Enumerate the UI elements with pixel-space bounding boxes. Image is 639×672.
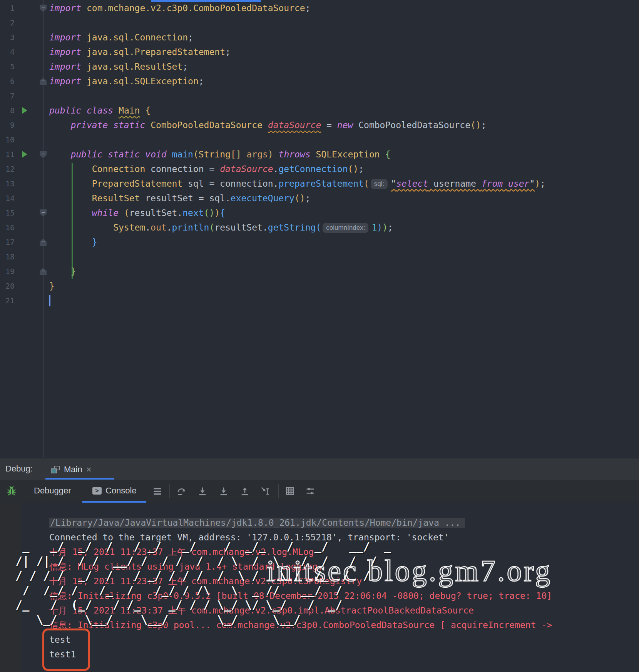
line-number[interactable]: 19 [0,264,15,279]
layout-menu-icon[interactable] [152,486,162,496]
code-line[interactable]: 3import java.sql.Connection; [0,30,639,45]
console-line[interactable]: 信息: MLog clients using java 1.4+ standar… [49,559,323,574]
step-into-icon[interactable] [197,486,207,496]
code-line[interactable]: 18 [0,249,639,264]
line-number[interactable]: 4 [0,45,15,59]
line-number[interactable]: 12 [0,162,15,176]
debug-label: Debug: [5,464,33,474]
fold-icon[interactable]: − [40,209,47,217]
line-number[interactable]: 10 [0,132,15,147]
code-line[interactable]: 14ResultSet resultSet = sql.executeQuery… [0,191,639,206]
line-number[interactable]: 17 [0,235,15,249]
code-line[interactable]: 17−} [0,235,639,249]
line-number[interactable]: 3 [0,30,15,45]
console-icon: > [92,487,102,495]
close-icon[interactable]: × [86,466,92,473]
line-number[interactable]: 14 [0,191,15,206]
code-line[interactable]: 6−import java.sql.SQLException; [0,74,639,89]
line-number[interactable]: 7 [0,89,15,103]
line-number[interactable]: 16 [0,220,15,235]
debug-bug-icon [6,485,17,498]
line-number[interactable]: 2 [0,15,15,30]
code-line[interactable]: 5import java.sql.ResultSet; [0,59,639,74]
line-number[interactable]: 18 [0,249,15,264]
line-number[interactable]: 1 [0,1,15,15]
console-line[interactable]: 十月 15, 2021 11:23:37 上午 com.mchange.v2.c… [49,603,474,618]
console-line[interactable]: 信息: Initializing c3p0 pool... com.mchang… [49,618,552,632]
code-line[interactable]: 9private static ComboPooledDataSource da… [0,118,639,132]
line-number[interactable]: 11 [0,147,15,162]
code-line[interactable]: 1−import com.mchange.v2.c3p0.ComboPooled… [0,1,639,15]
line-number[interactable]: 8 [0,103,15,118]
code-line[interactable]: 15−while (resultSet.next()){ [0,206,639,220]
tab-console[interactable]: > Console [92,480,137,501]
evaluate-table-icon[interactable] [285,486,295,496]
line-number[interactable]: 13 [0,176,15,191]
code-line[interactable]: 10 [0,132,639,147]
text-cursor [49,295,50,306]
debug-session-tab-label: Main [64,465,82,475]
line-number[interactable]: 9 [0,118,15,132]
debug-session-tab-main[interactable]: Main × [45,461,97,478]
line-number[interactable]: 5 [0,59,15,74]
code-line[interactable]: 16System.out.println(resultSet.getString… [0,220,639,235]
run-to-cursor-icon[interactable] [260,486,270,496]
code-line[interactable]: 11−public static void main(String[] args… [0,147,639,162]
code-line[interactable]: 20} [0,279,639,293]
toolbar-separator [24,484,24,498]
console-line[interactable]: Connected to the target VM, address: '12… [49,530,449,545]
fold-icon[interactable]: − [40,151,47,158]
line-number[interactable]: 20 [0,279,15,293]
code-line[interactable]: 8public class Main { [0,103,639,118]
tab-debugger[interactable]: Debugger [34,480,71,501]
code-line[interactable]: 21 [0,293,639,308]
debug-actions-toolbar: ⚙▾ [0,503,21,672]
force-step-into-icon[interactable] [219,486,229,496]
toolbar-separator [278,484,279,498]
active-session-underline [45,478,114,480]
active-tab-underline [82,501,146,503]
console-line[interactable]: /Library/Java/JavaVirtualMachines/jdk1.8… [49,515,465,530]
code-line[interactable]: 19−} [0,264,639,279]
debugger-tab-label: Debugger [34,486,71,496]
console-line[interactable]: 十月 15, 2021 11:23:37 上午 com.mchange.v2.l… [49,545,314,559]
console-line[interactable]: 信息: Initializing c3p0-0.9.5.2 [built 08-… [49,588,552,603]
annotation-highlight-box [42,629,90,671]
console-line[interactable]: 十月 15, 2021 11:23:37 上午 com.mchange.v2.c… [49,574,362,588]
step-over-icon[interactable] [176,486,186,496]
fold-icon[interactable]: − [40,5,47,12]
run-gutter-icon[interactable] [22,107,27,114]
ide-window: 1−import com.mchange.v2.c3p0.ComboPooled… [0,0,639,672]
console-side-toolbar: ↑ ↓ [21,503,42,672]
code-line[interactable]: 2 [0,15,639,30]
line-number[interactable]: 6 [0,74,15,89]
console-output[interactable]: /Library/Java/JavaVirtualMachines/jdk1.8… [42,503,639,672]
code-line[interactable]: 4import java.sql.PreparedStatement; [0,45,639,59]
code-editor[interactable]: 1−import com.mchange.v2.c3p0.ComboPooled… [0,0,639,458]
run-configuration-icon [51,466,60,473]
step-out-icon[interactable] [240,486,250,496]
debug-tool-window-header: Debug: Main × [0,458,639,480]
code-line[interactable]: 12Connection connection = dataSource.get… [0,162,639,176]
fold-icon[interactable]: − [40,78,47,85]
debug-toolbar: Debugger > Console [0,480,639,503]
layout-settings-icon[interactable] [305,486,315,496]
run-gutter-icon[interactable] [22,151,27,158]
line-number[interactable]: 15 [0,206,15,220]
console-tab-label: Console [105,486,137,496]
fold-icon[interactable]: − [40,239,47,246]
toolbar-separator [169,484,170,498]
fold-icon[interactable]: − [40,268,47,275]
line-number[interactable]: 21 [0,293,15,308]
code-line[interactable]: 7 [0,89,639,103]
code-line[interactable]: 13PreparedStatement sql = connection.pre… [0,176,639,191]
